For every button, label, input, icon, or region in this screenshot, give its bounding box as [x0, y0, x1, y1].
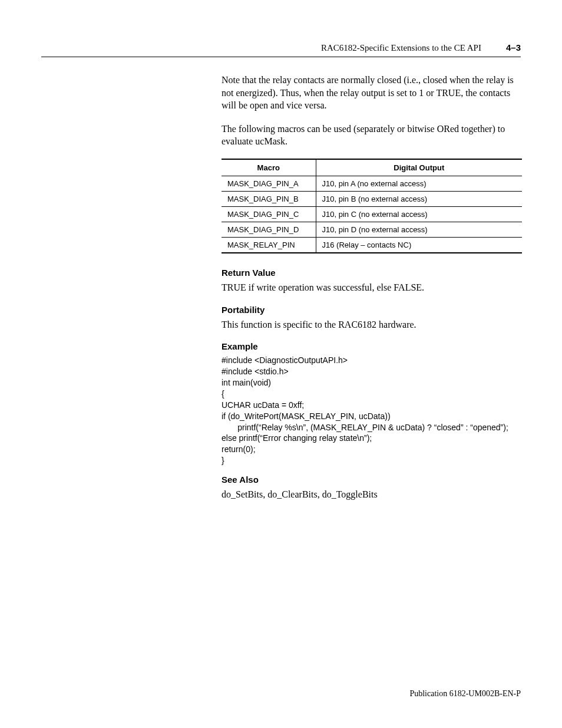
code-block: #include <DiagnosticOutputAPI.h>#include… [222, 355, 522, 466]
cell-macro: MASK_DIAG_PIN_D [222, 222, 316, 237]
cell-output: J10, pin C (no external access) [316, 206, 522, 222]
code-line: #include <stdio.h> [222, 366, 522, 377]
table-header-macro: Macro [222, 159, 316, 176]
cell-output: J10, pin A (no external access) [316, 176, 522, 191]
header-title: RAC6182-Specific Extensions to the CE AP… [321, 43, 481, 53]
section-see-also: See Also [222, 475, 522, 485]
code-line: int main(void) [222, 377, 522, 388]
code-line: } [222, 455, 522, 466]
cell-output: J10, pin D (no external access) [316, 222, 522, 237]
table-header-output: Digital Output [316, 159, 522, 176]
see-also-body: do_SetBits, do_ClearBits, do_ToggleBits [222, 488, 522, 501]
table-row: MASK_RELAY_PIN J16 (Relay – contacts NC) [222, 237, 522, 253]
return-value-body: TRUE if write operation was successful, … [222, 281, 522, 294]
table-row: MASK_DIAG_PIN_C J10, pin C (no external … [222, 206, 522, 222]
table-row: MASK_DIAG_PIN_A J10, pin A (no external … [222, 176, 522, 191]
code-line: else printf(“Error changing relay state\… [222, 433, 522, 444]
code-line: return(0); [222, 444, 522, 455]
portability-body: This function is specific to the RAC6182… [222, 318, 522, 331]
cell-macro: MASK_DIAG_PIN_A [222, 176, 316, 191]
paragraph-2: The following macros can be used (separa… [222, 123, 522, 148]
cell-output: J10, pin B (no external access) [316, 191, 522, 206]
section-portability: Portability [222, 305, 522, 315]
code-line: #include <DiagnosticOutputAPI.h> [222, 355, 522, 366]
table-row: MASK_DIAG_PIN_B J10, pin B (no external … [222, 191, 522, 206]
code-line: printf(“Relay %s\n”, (MASK_RELAY_PIN & u… [222, 422, 522, 433]
code-line: UCHAR ucData = 0xff; [222, 400, 522, 411]
table-row: MASK_DIAG_PIN_D J10, pin D (no external … [222, 222, 522, 237]
code-line: if (do_WritePort(MASK_RELAY_PIN, ucData)… [222, 411, 522, 422]
section-example: Example [222, 341, 522, 351]
section-return-value: Return Value [222, 268, 522, 278]
cell-macro: MASK_DIAG_PIN_C [222, 206, 316, 222]
cell-macro: MASK_RELAY_PIN [222, 237, 316, 253]
content: Note that the relay contacts are normall… [222, 74, 522, 501]
page-header: RAC6182-Specific Extensions to the CE AP… [41, 42, 521, 57]
cell-output: J16 (Relay – contacts NC) [316, 237, 522, 253]
page-number: 4–3 [506, 42, 521, 52]
footer-publication: Publication 6182-UM002B-EN-P [409, 689, 521, 699]
macro-table: Macro Digital Output MASK_DIAG_PIN_A J10… [222, 159, 522, 253]
cell-macro: MASK_DIAG_PIN_B [222, 191, 316, 206]
code-line: { [222, 388, 522, 400]
paragraph-1: Note that the relay contacts are normall… [222, 74, 522, 112]
